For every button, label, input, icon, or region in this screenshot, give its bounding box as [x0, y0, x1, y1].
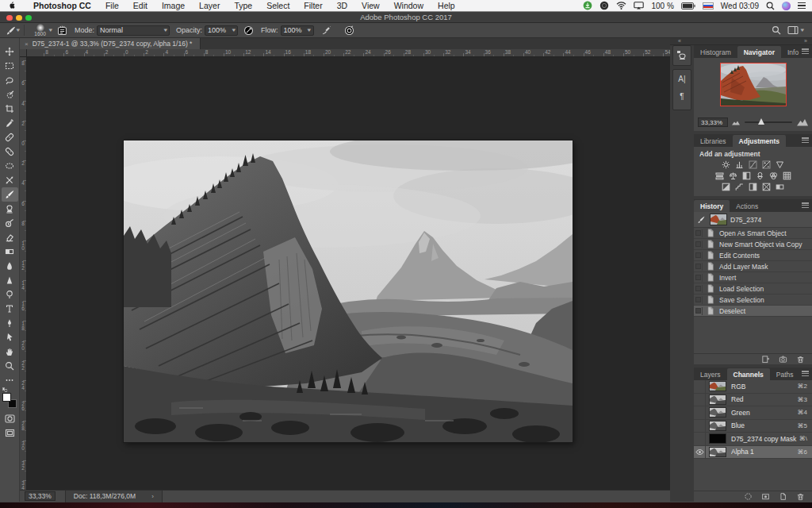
quick-select-tool-button[interactable]	[2, 87, 18, 102]
move-tool-button[interactable]	[2, 44, 18, 59]
opacity-select[interactable]: 100% ▾	[205, 25, 238, 36]
brush-tool-button[interactable]	[2, 187, 18, 202]
vibrance-adjustment-icon[interactable]	[775, 160, 785, 169]
channel-row-rgb[interactable]: RGB⌘2	[694, 380, 812, 394]
camera-menu-icon[interactable]	[599, 1, 609, 10]
navigator-panel-menu-icon[interactable]	[802, 48, 809, 54]
patch-tool-button[interactable]	[2, 159, 18, 173]
lasso-tool-button[interactable]	[2, 73, 18, 87]
siri-icon[interactable]	[782, 2, 791, 10]
adjustments-panel-menu-icon[interactable]	[802, 137, 809, 143]
menu-item-type[interactable]: Type	[227, 1, 259, 10]
history-brush-tool-button[interactable]	[2, 216, 18, 230]
channel-row-blue[interactable]: Blue⌘5	[694, 420, 812, 433]
document-tab[interactable]: × D75_2374-1 @ 33,3% (D75_2374 copy, Alp…	[20, 38, 201, 49]
menu-item-edit[interactable]: Edit	[126, 1, 155, 10]
visibility-toggle-empty[interactable]	[694, 406, 706, 419]
zoom-window-button[interactable]	[25, 15, 32, 21]
invert-adjustment-icon[interactable]	[721, 182, 731, 191]
airbrush-icon[interactable]	[320, 25, 332, 37]
close-window-button[interactable]	[6, 15, 13, 21]
toggle-brush-panel-icon[interactable]	[56, 25, 68, 37]
menu-item-file[interactable]: File	[98, 1, 126, 10]
load-channel-selection-icon[interactable]	[743, 492, 753, 502]
color-lookup-adjustment-icon[interactable]	[782, 171, 792, 180]
history-source-checkbox[interactable]	[694, 285, 703, 293]
history-source-row[interactable]: D75_2374	[694, 212, 812, 228]
crop-tool-button[interactable]	[2, 102, 18, 116]
new-document-from-state-icon[interactable]	[760, 355, 771, 364]
photo-filter-adjustment-icon[interactable]	[755, 171, 765, 180]
posterize-adjustment-icon[interactable]	[734, 182, 745, 191]
character-panel-button[interactable]: A|	[676, 73, 688, 84]
history-source-checkbox[interactable]	[694, 252, 703, 260]
window-title-bar[interactable]: Adobe Photoshop CC 2017	[0, 12, 812, 23]
install-tray-icon[interactable]	[583, 1, 592, 10]
history-brush-source-icon[interactable]	[695, 214, 707, 225]
exposure-adjustment-icon[interactable]	[761, 160, 772, 169]
menu-clock[interactable]: Wed 03:09	[721, 2, 759, 10]
blend-mode-select[interactable]: Normal ▾	[97, 25, 170, 36]
menu-item-filter[interactable]: Filter	[297, 1, 329, 10]
screen-mode-button[interactable]	[2, 426, 18, 439]
zoom-out-mountain-icon[interactable]	[732, 119, 740, 125]
close-document-icon[interactable]: ×	[25, 40, 29, 48]
channels-panel-menu-icon[interactable]	[802, 371, 809, 376]
status-zoom-field[interactable]: 33,33%	[25, 491, 56, 501]
document-size-info[interactable]: Doc: 118,3M/276,0M ›	[65, 491, 163, 502]
horizontal-ruler[interactable]: 8642024681012141618202224262830323436384…	[27, 49, 670, 57]
canvas-area[interactable]: 8642024681012141618202224262830323436384…	[20, 49, 670, 502]
hand-tool-button[interactable]	[2, 344, 18, 359]
threshold-adjustment-icon[interactable]	[748, 182, 758, 191]
channel-row-green[interactable]: Green⌘4	[694, 406, 812, 420]
battery-icon[interactable]	[681, 2, 695, 10]
visibility-toggle-empty[interactable]	[694, 433, 706, 445]
delete-state-trash-icon[interactable]	[795, 355, 806, 364]
ellipsis-tool-button[interactable]	[2, 373, 18, 387]
history-source-checkbox[interactable]	[694, 263, 703, 271]
menu-item-image[interactable]: Image	[155, 1, 192, 10]
tool-preset-chevron-icon[interactable]: ▾	[16, 27, 20, 33]
zoom-in-mountain-icon[interactable]	[797, 118, 808, 126]
sharpen-tool-button[interactable]	[2, 273, 18, 287]
channel-row-alpha-1[interactable]: Alpha 1⌘6	[694, 446, 812, 460]
content-aware-move-tool-button[interactable]	[2, 173, 18, 187]
history-source-checkbox[interactable]	[694, 307, 703, 315]
visibility-eye-icon[interactable]	[694, 445, 706, 458]
history-state-row[interactable]: Invert	[694, 272, 812, 283]
save-selection-as-channel-icon[interactable]	[760, 492, 771, 502]
adjustments-tab-libraries[interactable]: Libraries	[694, 135, 733, 147]
clone-stamp-tool-button[interactable]	[2, 202, 18, 216]
history-tab-actions[interactable]: Actions	[730, 200, 764, 212]
hue-saturation-adjustment-icon[interactable]	[714, 171, 725, 180]
type-tool-button[interactable]	[2, 302, 18, 316]
slider-knob[interactable]	[758, 118, 764, 125]
path-select-tool-button[interactable]	[2, 330, 18, 344]
history-source-checkbox[interactable]	[694, 229, 703, 237]
clone-source-panel-button[interactable]	[672, 45, 691, 66]
channels-tab-paths[interactable]: Paths	[770, 368, 800, 380]
history-source-checkbox[interactable]	[694, 274, 703, 282]
channel-row-d75_2374-copy-mask[interactable]: D75_2374 copy Mask⌘\	[694, 433, 812, 446]
gradient-tool-button[interactable]	[2, 244, 18, 259]
collapse-strip-icon[interactable]: «	[678, 38, 681, 44]
visibility-toggle-empty[interactable]	[694, 380, 706, 393]
history-source-checkbox[interactable]	[694, 241, 703, 248]
spot-healing-tool-button[interactable]	[2, 130, 18, 144]
history-panel-menu-icon[interactable]	[802, 202, 809, 208]
curves-adjustment-icon[interactable]	[748, 160, 758, 169]
input-language-flag-icon[interactable]	[703, 2, 714, 10]
channel-row-red[interactable]: Red⌘3	[694, 394, 812, 407]
black-white-adjustment-icon[interactable]	[741, 171, 752, 180]
channels-tab-channels[interactable]: Channels	[727, 368, 770, 380]
channel-mixer-adjustment-icon[interactable]	[768, 171, 779, 180]
menu-item-select[interactable]: Select	[259, 1, 297, 10]
delete-channel-trash-icon[interactable]	[795, 492, 806, 502]
menu-item-photoshop-cc[interactable]: Photoshop CC	[26, 1, 98, 10]
foreground-color-swatch[interactable]	[2, 393, 11, 402]
navigator-zoom-slider[interactable]	[745, 121, 792, 123]
flow-select[interactable]: 100% ▾	[281, 25, 314, 36]
visibility-toggle-empty[interactable]	[694, 393, 706, 406]
navigator-zoom-value[interactable]: 33,33%	[698, 117, 728, 127]
paragraph-panel-button[interactable]: ¶	[676, 90, 688, 102]
